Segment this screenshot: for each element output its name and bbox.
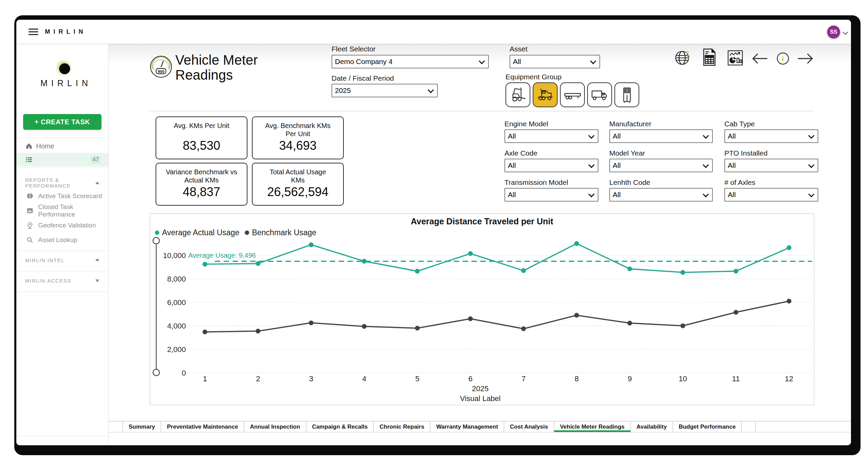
user-avatar[interactable]: SS (827, 26, 840, 38)
home-icon (25, 142, 33, 150)
filter-manufacturer-dropdown[interactable]: All (609, 129, 713, 143)
sidebar-section-mirlin-intel[interactable]: MIRLIN INTEL (25, 257, 99, 263)
report-tabbar: Summary Preventative Maintenance Annual … (108, 421, 851, 432)
kpi-value: 48,837 (183, 185, 220, 199)
tab-preventative-maintenance[interactable]: Preventative Maintenance (161, 421, 244, 432)
filter-model-year-dropdown[interactable]: All (609, 159, 713, 172)
reefer-unit-icon (618, 86, 636, 104)
chevron-down-icon (703, 191, 709, 197)
divider (16, 167, 108, 168)
create-task-button[interactable]: + CREATE TASK (23, 114, 101, 130)
tab-availability[interactable]: Availability (631, 421, 673, 432)
sidebar: MIRLIN + CREATE TASK Home 47 REPORTS & P… (16, 44, 109, 445)
tab-cost-analysis[interactable]: Cost Analysis (504, 421, 554, 432)
svg-text:3: 3 (309, 374, 313, 383)
asset-value: All (513, 58, 591, 66)
filter-value: All (508, 191, 589, 199)
chevron-down-icon (588, 162, 594, 168)
sidebar-item-active-task-scorecard[interactable]: Active Task Scorecard (16, 191, 108, 201)
svg-text:2,000: 2,000 (167, 345, 186, 354)
sidebar-item-home[interactable]: Home (16, 140, 108, 153)
legend-dot-teal (155, 230, 159, 235)
tab-warranty-management[interactable]: Warranty Management (430, 421, 504, 432)
equipment-semi-truck-button[interactable] (533, 82, 558, 107)
equipment-forklift-button[interactable] (505, 82, 530, 107)
filter-axle-code-dropdown[interactable]: All (504, 159, 598, 172)
fleet-selector-label: Fleet Selector (332, 45, 376, 53)
legend-item-benchmark-usage[interactable]: Benchmark Usage (245, 228, 316, 237)
bar-chart-icon (27, 207, 33, 214)
kpi-label: Variance Benchmark vs Actual KMs (162, 168, 241, 184)
line-chart: 02,0004,0006,0008,00010,000Average Usage… (150, 214, 814, 405)
filter-pto-installed-dropdown[interactable]: All (724, 159, 818, 172)
svg-text:Average Usage: 9,496: Average Usage: 9,496 (188, 252, 256, 259)
fleet-selector-dropdown[interactable]: Demo Company 4 (332, 55, 489, 68)
divider (16, 291, 108, 292)
svg-text:10,000: 10,000 (163, 251, 186, 260)
y-axis-slider-handle-bottom[interactable] (153, 369, 160, 376)
chevron-down-icon (808, 162, 814, 168)
map-pin-icon (27, 222, 33, 229)
section-label: MIRLIN ACCESS (25, 278, 71, 284)
asset-dropdown[interactable]: All (510, 55, 600, 68)
svg-text:9: 9 (628, 374, 632, 383)
svg-text:8,000: 8,000 (167, 275, 186, 283)
tab-chronic-repairs[interactable]: Chronic Repairs (374, 421, 430, 432)
sidebar-brand-logo: MIRLIN (16, 78, 112, 88)
globe-icon[interactable] (674, 50, 691, 66)
equipment-box-truck-button[interactable] (587, 82, 612, 107)
equipment-trailer-button[interactable] (560, 82, 585, 107)
filter-value: All (613, 191, 704, 199)
date-period-value: 2025 (335, 86, 429, 95)
kpi-value: 26,562,594 (267, 185, 328, 199)
equipment-group-label: Equipment Group (505, 73, 562, 81)
tab-summary[interactable]: Summary (123, 421, 161, 432)
next-page-arrow-icon[interactable] (797, 52, 814, 65)
filter-pto-installed-label: PTO Installed (724, 149, 768, 157)
sidebar-item-asset-lookup[interactable]: Asset Lookup (16, 235, 108, 245)
search-icon (27, 236, 33, 244)
filter-cab-type-dropdown[interactable]: All (724, 129, 818, 143)
pie-chart-icon (27, 192, 33, 200)
legend-label: Average Actual Usage (162, 228, 239, 237)
filter-value: All (613, 132, 704, 140)
tab-annual-inspection[interactable]: Annual Inspection (244, 421, 306, 432)
svg-text:10: 10 (679, 374, 687, 383)
analytics-chart-icon[interactable] (727, 50, 743, 66)
section-label: MIRLIN INTEL (25, 257, 65, 263)
y-axis-slider-handle-top[interactable] (153, 238, 160, 244)
sidebar-item-geofence-validation[interactable]: Geofence Validation (16, 220, 108, 230)
tab-vehicle-meter-readings[interactable]: Vehicle Meter Readings (554, 421, 631, 432)
legend-label: Benchmark Usage (252, 228, 316, 237)
topbar: MIRLIN SS (16, 20, 851, 44)
forklift-icon (509, 86, 527, 104)
legend-dot-dark (245, 230, 249, 235)
filter-axle-code-label: Axle Code (504, 149, 537, 157)
sidebar-section-mirlin-access[interactable]: MIRLIN ACCESS (25, 278, 99, 284)
legend-item-average-actual-usage[interactable]: Average Actual Usage (155, 228, 239, 237)
filter-transmission-model-label: Transmission Model (504, 178, 568, 187)
prev-page-arrow-icon[interactable] (751, 52, 769, 65)
sidebar-item-closed-task-performance[interactable]: Closed Task Performance (16, 206, 108, 216)
svg-text:i: i (782, 55, 784, 63)
equipment-reefer-unit-button[interactable] (614, 82, 639, 107)
filter-num-axles-dropdown[interactable]: All (724, 188, 818, 202)
sidebar-item-task-list[interactable]: 47 (16, 153, 108, 166)
svg-text:0: 0 (182, 369, 186, 377)
filter-length-code-dropdown[interactable]: All (609, 188, 713, 202)
hamburger-menu-icon[interactable] (29, 29, 38, 37)
kpi-label: Total Actual Usage KMs (264, 168, 332, 184)
svg-text:8: 8 (575, 374, 579, 383)
filter-engine-model-dropdown[interactable]: All (504, 129, 598, 143)
filter-transmission-model-dropdown[interactable]: All (504, 188, 598, 202)
equipment-group-buttons (505, 82, 639, 107)
tab-budget-performance[interactable]: Budget Performance (673, 421, 742, 432)
avatar-chevron-down-icon[interactable] (843, 30, 848, 35)
info-page-indicator[interactable]: i (776, 52, 789, 65)
kpi-value: 83,530 (183, 139, 220, 153)
tab-campaign-recalls[interactable]: Campaign & Recalls (306, 421, 374, 432)
sidebar-section-reports[interactable]: REPORTS & PERFORMANCE (25, 177, 99, 189)
svg-text:12: 12 (785, 374, 793, 383)
date-period-dropdown[interactable]: 2025 (332, 84, 438, 97)
report-table-icon[interactable] (701, 48, 718, 66)
